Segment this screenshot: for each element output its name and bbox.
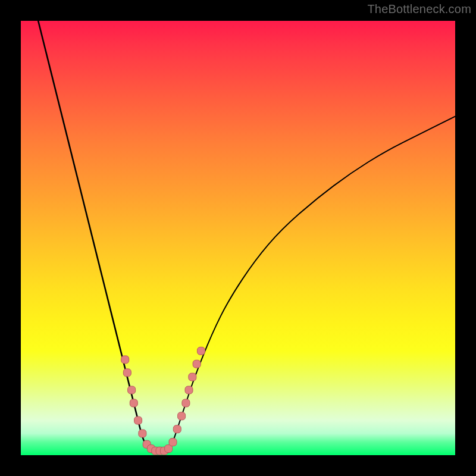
curve-layer (21, 21, 455, 455)
curve-right-arm (168, 117, 455, 451)
svg-rect-0 (121, 356, 129, 364)
svg-rect-15 (182, 399, 190, 407)
svg-rect-18 (193, 360, 201, 368)
svg-rect-3 (130, 399, 137, 407)
svg-rect-1 (123, 369, 131, 377)
svg-rect-17 (189, 373, 196, 381)
svg-rect-16 (185, 386, 193, 394)
svg-rect-19 (197, 347, 205, 355)
svg-rect-4 (134, 416, 142, 424)
scatter-markers (121, 347, 205, 455)
svg-rect-5 (139, 430, 146, 437)
watermark-label: TheBottleneck.com (367, 2, 471, 16)
svg-rect-2 (128, 386, 136, 394)
svg-rect-13 (173, 425, 181, 433)
plot-area (21, 21, 455, 455)
svg-rect-14 (178, 412, 186, 420)
chart-frame: TheBottleneck.com (0, 0, 476, 476)
svg-rect-12 (169, 439, 177, 446)
